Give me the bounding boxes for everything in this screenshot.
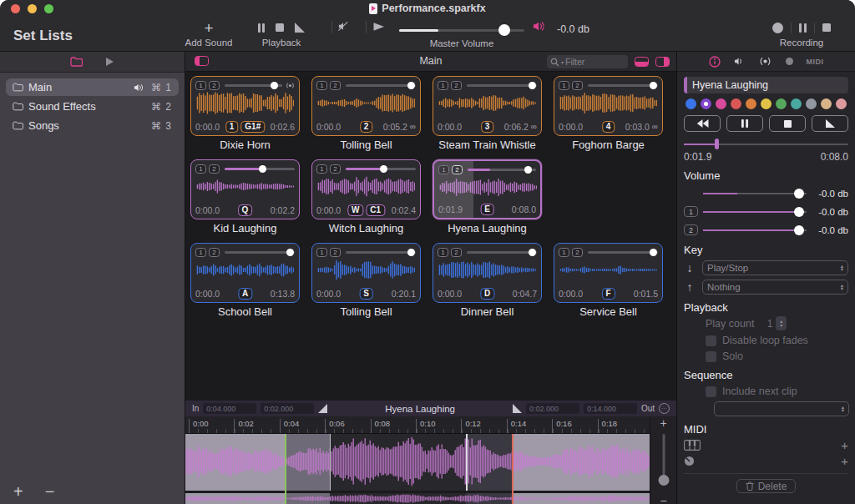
sound-name-field[interactable]: Hyena Laughing bbox=[684, 77, 848, 93]
color-swatch[interactable] bbox=[761, 98, 772, 109]
tile-volume-knob[interactable] bbox=[407, 82, 415, 89]
play-count-stepper[interactable]: ▴▾ bbox=[776, 316, 787, 330]
waveform-main[interactable] bbox=[185, 434, 650, 491]
sound-tile[interactable]: 120:00.0Q0:02.2 bbox=[190, 159, 300, 219]
toggle-inspector-panel-icon[interactable] bbox=[655, 57, 670, 67]
key-up-dropdown[interactable]: Nothing ▴▾ bbox=[702, 280, 848, 295]
color-swatch[interactable] bbox=[716, 98, 726, 109]
bus-badge-1[interactable]: 1 bbox=[559, 248, 569, 257]
stop-all-icon[interactable] bbox=[276, 23, 284, 32]
color-swatch[interactable] bbox=[836, 98, 847, 109]
bus-badge-2[interactable]: 2 bbox=[330, 81, 341, 90]
bus-badge-1[interactable]: 1 bbox=[438, 248, 448, 257]
tile-volume-knob[interactable] bbox=[259, 165, 266, 173]
record-icon[interactable] bbox=[772, 23, 783, 33]
bus-badge-2[interactable]: 2 bbox=[209, 164, 220, 174]
solo-checkbox[interactable] bbox=[706, 351, 716, 362]
bus-badge-2[interactable]: 2 bbox=[330, 248, 341, 257]
waveform-overview[interactable] bbox=[185, 493, 650, 504]
bus-badge-2[interactable]: 2 bbox=[572, 248, 583, 257]
waveform-region[interactable] bbox=[185, 434, 650, 504]
tile-volume-slider[interactable] bbox=[346, 80, 416, 90]
volume-slider[interactable] bbox=[703, 206, 807, 217]
set-lists-tab-folder-icon[interactable] bbox=[70, 57, 83, 67]
tab-record-icon[interactable] bbox=[786, 58, 793, 65]
bus-badge-1[interactable]: 1 bbox=[438, 81, 448, 90]
stop-button[interactable] bbox=[769, 115, 806, 132]
tile-volume-slider[interactable] bbox=[468, 164, 536, 174]
bus-badge-1[interactable]: 1 bbox=[559, 81, 569, 90]
color-swatch[interactable] bbox=[746, 98, 756, 109]
color-swatch[interactable] bbox=[776, 98, 787, 109]
color-swatch[interactable] bbox=[821, 98, 832, 109]
record-stop-icon[interactable] bbox=[822, 23, 831, 32]
play-fade-icon[interactable] bbox=[372, 22, 386, 32]
loop-options-icon[interactable]: ··· bbox=[659, 403, 670, 414]
bus-badge-2[interactable]: 2 bbox=[451, 248, 462, 257]
color-swatch[interactable] bbox=[686, 98, 696, 109]
bus-badge-1[interactable]: 1 bbox=[316, 81, 327, 90]
fade-in-icon[interactable] bbox=[318, 404, 327, 413]
sound-tile[interactable]: 120:00.0D0:04.7 bbox=[433, 243, 542, 303]
tile-volume-knob[interactable] bbox=[271, 82, 278, 89]
fade-button[interactable] bbox=[812, 115, 848, 132]
disable-loop-fades-checkbox[interactable] bbox=[706, 335, 716, 346]
playlists-tab-play-icon[interactable] bbox=[104, 57, 114, 67]
bus-badge-1[interactable]: 1 bbox=[195, 164, 206, 174]
add-set-list-button[interactable]: + bbox=[13, 484, 23, 499]
search-scope-chevron-icon[interactable]: ▾ bbox=[561, 59, 564, 65]
volume-knob[interactable] bbox=[794, 189, 804, 199]
bus-badge-2[interactable]: 2 bbox=[209, 81, 220, 90]
toggle-editor-panel-icon[interactable] bbox=[635, 57, 649, 67]
out-point-marker[interactable] bbox=[512, 434, 514, 504]
remove-set-list-button[interactable]: − bbox=[45, 484, 55, 499]
sound-tile[interactable]: 120:00.0F0:01.5 bbox=[554, 243, 663, 303]
playback-position-slider[interactable] bbox=[684, 139, 848, 149]
sound-tile[interactable]: 120:00.040:03.0∞ bbox=[554, 76, 663, 136]
tab-midi[interactable]: MIDI bbox=[807, 58, 824, 66]
include-next-clip-checkbox[interactable] bbox=[706, 386, 716, 397]
record-pause-icon[interactable] bbox=[799, 23, 807, 33]
bus-badge-2[interactable]: 2 bbox=[330, 164, 341, 174]
tile-volume-slider[interactable] bbox=[588, 247, 658, 257]
fade-out-icon[interactable] bbox=[513, 404, 522, 413]
tile-volume-slider[interactable] bbox=[225, 80, 282, 90]
pause-button[interactable] bbox=[726, 115, 763, 132]
sound-tile[interactable]: 120:00.030:06.2∞ bbox=[433, 76, 542, 136]
play-count-value[interactable]: 1 bbox=[754, 318, 772, 330]
add-sound-icon[interactable]: + bbox=[204, 22, 213, 34]
tile-volume-slider[interactable] bbox=[467, 247, 537, 257]
sound-tile[interactable]: 120:00.0WC10:02.4 bbox=[311, 159, 421, 219]
tile-volume-knob[interactable] bbox=[407, 249, 415, 256]
bus-badge-1[interactable]: 1 bbox=[195, 248, 206, 257]
color-swatch[interactable] bbox=[701, 98, 711, 109]
tile-volume-knob[interactable] bbox=[529, 82, 536, 89]
volume-knob[interactable] bbox=[794, 207, 804, 217]
filter-input[interactable] bbox=[565, 57, 625, 67]
fade-end-marker[interactable] bbox=[330, 434, 331, 491]
tile-volume-knob[interactable] bbox=[650, 249, 657, 256]
pause-all-icon[interactable] bbox=[258, 23, 266, 33]
bus-badge-1[interactable]: 1 bbox=[438, 165, 449, 174]
tab-audio-icon[interactable] bbox=[734, 57, 745, 66]
color-swatch[interactable] bbox=[791, 98, 802, 109]
tile-volume-knob[interactable] bbox=[529, 249, 536, 256]
bus-badge-2[interactable]: 2 bbox=[209, 248, 220, 257]
master-volume-slider[interactable] bbox=[399, 24, 524, 36]
tile-volume-knob[interactable] bbox=[524, 166, 532, 174]
tile-volume-slider[interactable] bbox=[467, 80, 537, 90]
sound-tile[interactable]: 120:00.020:05.2∞ bbox=[311, 76, 421, 136]
bus-badge-1[interactable]: 1 bbox=[316, 164, 327, 174]
in-point-marker[interactable] bbox=[285, 434, 286, 504]
bus-badge-2[interactable]: 2 bbox=[572, 81, 583, 90]
volume-slider[interactable] bbox=[703, 224, 807, 235]
playhead-marker[interactable] bbox=[466, 434, 468, 491]
delete-button[interactable]: Delete bbox=[736, 479, 797, 493]
out-time-field[interactable] bbox=[584, 403, 637, 414]
master-volume-knob[interactable] bbox=[498, 24, 510, 36]
setlist-item[interactable]: Songs⌘ 3 bbox=[6, 117, 179, 134]
sound-tile[interactable]: 120:00.0A0:13.8 bbox=[190, 243, 300, 303]
bus-badge-1[interactable]: 1 bbox=[195, 81, 206, 90]
tile-volume-slider[interactable] bbox=[225, 247, 295, 257]
zoom-slider-handle[interactable] bbox=[658, 475, 669, 486]
